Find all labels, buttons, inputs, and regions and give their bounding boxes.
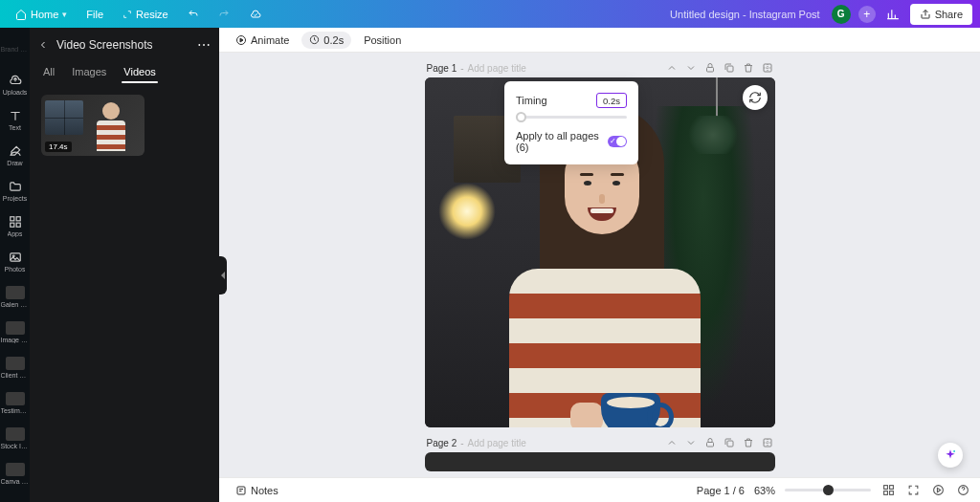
move-down-icon[interactable]	[685, 437, 697, 448]
fullscreen-button[interactable]	[905, 483, 921, 498]
rail-galen[interactable]: Galen Pho…	[0, 279, 30, 315]
rail-label: Canva Te…	[1, 478, 30, 485]
rail-text[interactable]: Text	[0, 102, 30, 138]
lock-icon[interactable]	[704, 62, 716, 74]
apply-all-label: Apply to all pages (6)	[516, 130, 608, 153]
text-icon	[9, 109, 22, 122]
rail-label: Photos	[5, 266, 26, 273]
cloud-sync-button[interactable]	[241, 5, 270, 24]
move-down-icon[interactable]	[685, 62, 697, 74]
zoom-slider[interactable]	[785, 489, 871, 491]
animate-button[interactable]: Animate	[229, 32, 296, 49]
page-header: Page 2-Add page title	[425, 437, 775, 452]
svg-point-20	[933, 486, 943, 495]
rail-draw[interactable]: Draw	[0, 138, 30, 173]
help-button[interactable]	[955, 483, 970, 498]
folder-icon	[9, 180, 22, 193]
svg-point-14	[953, 450, 955, 452]
page-title-input[interactable]: Add page title	[468, 63, 662, 74]
animate-icon	[235, 34, 247, 46]
panel-title: Video Screenshots	[56, 38, 189, 52]
thumbnail-duration: 17.4s	[45, 142, 72, 152]
rail-client[interactable]: Client Work	[0, 350, 30, 385]
move-up-icon[interactable]	[666, 437, 678, 448]
panel-tabs: AllImagesVideos	[30, 62, 219, 83]
delete-icon[interactable]	[743, 62, 754, 74]
rail-stock[interactable]: Stock Ima…	[0, 421, 30, 456]
resize-label: Resize	[136, 9, 168, 20]
page-label: Page 1	[427, 63, 457, 74]
position-button[interactable]: Position	[357, 32, 408, 49]
share-button[interactable]: Share	[910, 4, 972, 25]
grid-view-button[interactable]	[880, 483, 896, 498]
home-button[interactable]: Home ▾	[8, 5, 75, 24]
svg-rect-12	[727, 441, 733, 447]
duplicate-icon[interactable]	[724, 62, 735, 74]
assistant-fab[interactable]	[938, 443, 963, 468]
user-avatar[interactable]: G	[832, 5, 851, 24]
notes-button[interactable]: Notes	[229, 482, 285, 499]
resize-button[interactable]: Resize	[115, 5, 176, 24]
more-icon[interactable]	[762, 62, 773, 74]
more-icon[interactable]	[762, 437, 773, 448]
rail-photos[interactable]: Photos	[0, 244, 30, 279]
svg-rect-2	[10, 223, 13, 227]
svg-rect-1	[16, 217, 20, 221]
zoom-knob[interactable]	[823, 485, 834, 495]
page-indicator[interactable]: Page 1 / 6	[697, 485, 745, 496]
duration-button[interactable]: 0.2s	[301, 32, 351, 49]
page-fab-button[interactable]	[743, 85, 768, 110]
rail-label: Text	[9, 124, 21, 131]
canvas-area: Animate 0.2s Position Timing Apply to al…	[219, 28, 980, 502]
resize-icon	[122, 10, 132, 19]
draw-icon	[9, 144, 22, 158]
undo-button[interactable]	[180, 5, 207, 24]
undo-icon	[188, 9, 199, 20]
move-up-icon[interactable]	[666, 62, 678, 74]
cloud-icon	[9, 74, 22, 87]
rail-brand-hub[interactable]: Brand Hub	[0, 32, 30, 67]
svg-rect-17	[889, 486, 893, 490]
grid-icon	[9, 215, 22, 229]
document-title[interactable]: Untitled design - Instagram Post	[670, 9, 820, 20]
rail-uploads[interactable]: Uploads	[0, 67, 30, 102]
rail-imageseo[interactable]: Image SEO…	[0, 315, 30, 350]
page-title-input[interactable]: Add page title	[468, 438, 662, 448]
video-thumbnail[interactable]: 17.4s	[41, 95, 145, 156]
add-collaborator-button[interactable]: +	[858, 6, 876, 23]
rail-apps[interactable]: Apps	[0, 208, 30, 244]
page-canvas[interactable]	[425, 452, 775, 471]
rail-canva[interactable]: Canva Te…	[0, 456, 30, 491]
slider-knob[interactable]	[516, 112, 526, 122]
tab-videos[interactable]: Videos	[122, 62, 157, 83]
delete-icon[interactable]	[743, 437, 754, 448]
present-button[interactable]	[930, 483, 946, 498]
file-menu[interactable]: File	[78, 5, 111, 24]
apply-all-toggle[interactable]: ✓	[608, 136, 627, 147]
svg-rect-19	[889, 491, 893, 495]
svg-rect-11	[706, 443, 713, 447]
back-icon[interactable]	[37, 39, 49, 51]
duplicate-icon[interactable]	[724, 437, 735, 448]
rail-testim[interactable]: Testimoni…	[0, 385, 30, 421]
topbar-right: Untitled design - Instagram Post G + Sha…	[670, 4, 972, 25]
tab-all[interactable]: All	[41, 62, 56, 83]
side-rail: Brand HubUploadsTextDrawProjectsAppsPhot…	[0, 28, 30, 502]
rail-label: Image SEO…	[1, 337, 30, 343]
rail-label: Draw	[7, 160, 22, 166]
chevron-down-icon: ▾	[62, 10, 67, 19]
redo-button[interactable]	[211, 5, 237, 24]
lock-icon[interactable]	[704, 437, 716, 448]
rail-projects[interactable]: Projects	[0, 173, 30, 208]
timing-popover: Timing Apply to all pages (6) ✓	[504, 81, 638, 164]
timing-input[interactable]	[596, 93, 627, 108]
rail-label: Testimoni…	[1, 407, 30, 414]
panel-more-button[interactable]: ⋯	[197, 37, 212, 53]
tab-images[interactable]: Images	[70, 62, 108, 83]
zoom-level[interactable]: 63%	[754, 485, 775, 496]
timing-slider[interactable]	[516, 116, 627, 119]
svg-rect-16	[883, 486, 887, 490]
animate-label: Animate	[251, 34, 289, 46]
topbar-left: Home ▾ File Resize	[8, 5, 270, 24]
insights-button[interactable]	[883, 5, 902, 24]
